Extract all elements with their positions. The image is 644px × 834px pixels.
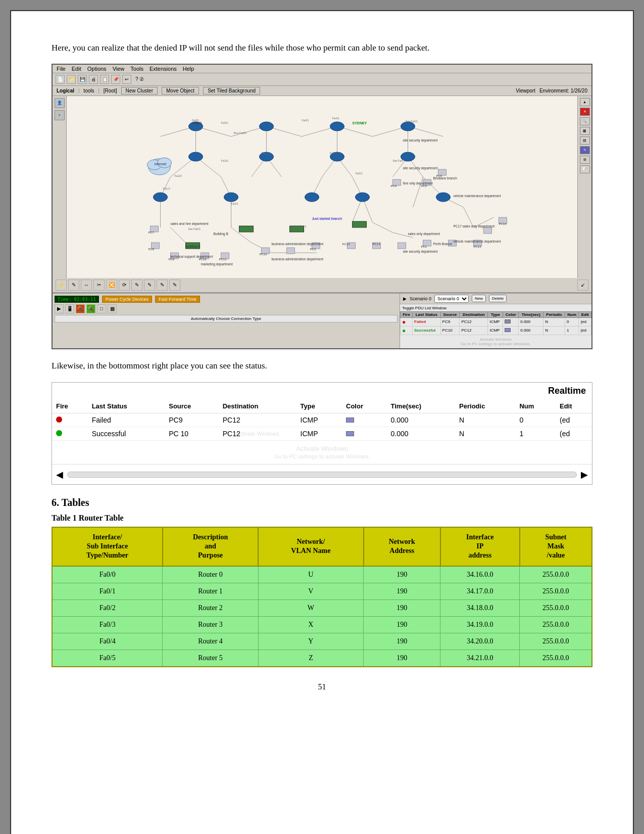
toolbar-new[interactable]: 📄 xyxy=(56,75,65,84)
rt-col-status: Last Status xyxy=(88,399,165,413)
icon-btn-1[interactable]: ⚡ xyxy=(56,280,67,291)
rt-dot-green-2 xyxy=(56,430,62,436)
likewise-paragraph: Likewise, in the bottommost right place … xyxy=(52,359,592,373)
fast-forward-btn[interactable]: Fast Forward Time xyxy=(155,296,200,303)
svg-text:Fa0/0: Fa0/0 xyxy=(193,121,202,125)
icon-btn-10[interactable]: ✎ xyxy=(169,280,180,291)
toolbar-copy[interactable]: 📋 xyxy=(100,75,109,84)
bottom-icon-2[interactable]: 📱 xyxy=(65,304,74,313)
router-ip-4: 34.19.0.0 xyxy=(440,616,520,633)
icon-btn-4[interactable]: ✂ xyxy=(93,280,105,291)
toolbar-paste[interactable]: 📌 xyxy=(111,75,120,84)
bottom-icon-1[interactable]: ▶ xyxy=(55,304,64,313)
menu-help[interactable]: Help xyxy=(183,66,194,72)
simulator-screenshot: File Edit Options View Tools Extensions … xyxy=(52,64,592,349)
rt-scrollbar[interactable] xyxy=(67,472,577,478)
router-row-6: Fa0/5 Router 5 Z 190 34.21.0.0 255.0.0.0 xyxy=(52,650,592,667)
scenario-new-btn[interactable]: New xyxy=(472,295,486,302)
rt-scroll-left[interactable]: ◀ xyxy=(52,469,67,480)
icon-btn-5[interactable]: 🔀 xyxy=(106,280,117,291)
sim-bottom-right: ▶ Scenario 0 Scenario 0 New Delete Toggl… xyxy=(400,294,591,348)
rt-col-time: Time(sec) xyxy=(387,399,456,413)
router-th-3: Network/VLAN Name xyxy=(258,527,364,566)
right-btn-red[interactable]: ✕ xyxy=(580,108,590,116)
icon-btn-7[interactable]: ✎ xyxy=(131,280,142,291)
router-ip-1: 34.16.0.0 xyxy=(440,566,520,583)
bottom-icon-5[interactable]: □ xyxy=(97,304,106,313)
fire-dot-green-2: ● xyxy=(402,327,406,334)
rt-source-2: PC 10 xyxy=(165,427,219,441)
menu-edit[interactable]: Edit xyxy=(72,66,81,72)
bottom-icon-3[interactable]: 🔌 xyxy=(76,304,85,313)
pdu-source-1: PC9 xyxy=(440,317,460,326)
sim-icons-bar: ⚡ ✎ ↔ ✂ 🔀 ⟳ ✎ ✎ ✎ ✎ ↙ xyxy=(53,278,591,293)
svg-text:Internet: Internet xyxy=(155,162,167,166)
section-number: 6. xyxy=(52,497,59,508)
toolbar-print[interactable]: 🖨 xyxy=(89,75,98,84)
svg-text:Building B: Building B xyxy=(214,232,228,236)
svg-text:vehicle maintenance department: vehicle maintenance department xyxy=(454,240,501,244)
bottom-icon-4[interactable]: 🔌 xyxy=(86,304,95,313)
pdu-dest-1: PC12 xyxy=(460,317,488,326)
router-th-6: SubnetMask/value xyxy=(520,527,592,566)
menu-options[interactable]: Options xyxy=(87,66,107,72)
icon-btn-8[interactable]: ✎ xyxy=(144,280,155,291)
router-addr-5: 190 xyxy=(364,633,440,650)
svg-text:Swi Fa0: Swi Fa0 xyxy=(393,159,403,162)
right-btn-search[interactable]: 🔍 xyxy=(580,117,590,125)
menu-view[interactable]: View xyxy=(113,66,125,72)
svg-rect-63 xyxy=(287,248,295,254)
toolbar-save[interactable]: 💾 xyxy=(78,75,87,84)
right-btn-6[interactable]: ✎ xyxy=(580,146,590,154)
separator1: | xyxy=(78,88,79,93)
icon-btn-11[interactable]: ↙ xyxy=(577,280,588,291)
sim-bottom-section: Time: 02:03:11 Power Cycle Devices Fast … xyxy=(53,293,591,348)
svg-text:Swi Fa0/1: Swi Fa0/1 xyxy=(294,225,307,228)
rt-bottom-bar: ◀ ▶ xyxy=(52,464,592,484)
environment-label: Environment: 1/26/20 xyxy=(539,88,587,94)
separator2: | xyxy=(98,88,99,93)
pdu-edit-2[interactable]: (ed xyxy=(579,326,591,335)
right-btn-7[interactable]: ⊞ xyxy=(580,156,590,164)
right-btn-monitor[interactable]: ▦ xyxy=(580,127,590,135)
tools-label: tools xyxy=(83,88,94,94)
new-cluster-btn[interactable]: New Cluster xyxy=(121,87,158,95)
right-btn-8[interactable]: 📝 xyxy=(580,165,590,173)
scenario-select[interactable]: Scenario 0 xyxy=(434,295,469,303)
move-object-btn[interactable]: Move Object xyxy=(162,87,199,95)
icon-btn-2[interactable]: ✎ xyxy=(68,280,79,291)
sim-scenario-bar: ▶ Scenario 0 Scenario 0 New Delete xyxy=(400,294,591,304)
rt-dot-red-1 xyxy=(56,416,62,423)
svg-text:PC14: PC14 xyxy=(373,243,381,246)
left-btn-2[interactable]: + xyxy=(55,110,65,120)
power-cycle-btn[interactable]: Power Cycle Devices xyxy=(102,296,152,303)
router-subnet-2: 255.0.0.0 xyxy=(520,583,592,599)
left-btn-1[interactable]: 👤 xyxy=(55,98,65,108)
right-btn-5[interactable]: ▤ xyxy=(580,136,590,145)
scenario-delete-btn[interactable]: Delete xyxy=(489,295,507,302)
svg-rect-53 xyxy=(239,226,254,232)
toggle-pdu-label[interactable]: Toggle PDU List Window xyxy=(402,306,447,310)
toolbar-undo[interactable]: ↩ xyxy=(122,75,131,84)
rt-scroll-right[interactable]: ▶ xyxy=(577,469,592,480)
svg-text:PC7: PC7 xyxy=(148,231,155,234)
icon-btn-9[interactable]: ✎ xyxy=(157,280,168,291)
pdu-col-status: Last Status xyxy=(413,311,441,317)
right-btn-up[interactable]: ▲ xyxy=(580,98,590,106)
svg-text:PC3: PC3 xyxy=(310,248,316,251)
icon-btn-3[interactable]: ↔ xyxy=(81,280,92,291)
pdu-num-1: 0 xyxy=(565,317,578,326)
icon-btn-6[interactable]: ⟳ xyxy=(119,280,130,291)
rt-col-num: Num xyxy=(515,399,556,413)
bottom-icon-6[interactable]: ▦ xyxy=(108,304,117,313)
menu-tools[interactable]: Tools xyxy=(130,66,143,72)
set-tiled-btn[interactable]: Set Tiled Background xyxy=(203,87,260,95)
toolbar-open[interactable]: 📁 xyxy=(67,75,76,84)
pdu-edit-1[interactable]: (ed xyxy=(579,317,591,326)
pdu-color-1 xyxy=(505,319,511,323)
menu-extensions[interactable]: Extensions xyxy=(150,66,177,72)
menu-file[interactable]: File xyxy=(57,66,66,72)
svg-text:Rou Fa0/0: Rou Fa0/0 xyxy=(234,131,247,134)
rt-edit-2[interactable]: (ed xyxy=(556,427,592,441)
rt-edit-1[interactable]: (ed xyxy=(556,413,592,427)
